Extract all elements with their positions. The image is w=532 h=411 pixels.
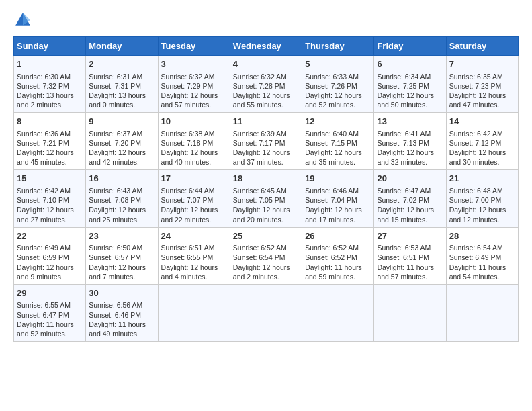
col-header-friday: Friday [374,37,446,56]
calendar-cell: 22Sunrise: 6:49 AMSunset: 6:59 PMDayligh… [14,227,86,284]
day-detail: Daylight: 12 hours and 55 minutes. [233,91,299,109]
day-detail: Daylight: 12 hours and 20 minutes. [233,205,299,224]
day-detail: Sunrise: 6:46 AM [305,186,371,195]
day-number: 17 [161,173,227,185]
calendar-cell: 24Sunrise: 6:51 AMSunset: 6:55 PMDayligh… [158,227,230,284]
calendar-body: 1Sunrise: 6:30 AMSunset: 7:32 PMDaylight… [14,56,519,342]
col-header-monday: Monday [86,37,158,56]
day-detail: Sunset: 6:52 PM [305,253,371,262]
day-detail: Daylight: 12 hours and 37 minutes. [233,148,299,167]
day-number: 19 [305,173,371,185]
calendar-row: 29Sunrise: 6:55 AMSunset: 6:47 PMDayligh… [14,284,519,341]
calendar-row: 15Sunrise: 6:42 AMSunset: 7:10 PMDayligh… [14,170,519,227]
day-number: 6 [377,58,443,71]
calendar-cell: 2Sunrise: 6:31 AMSunset: 7:31 PMDaylight… [86,56,158,113]
day-detail: Sunrise: 6:51 AM [161,243,227,253]
calendar-cell: 13Sunrise: 6:41 AMSunset: 7:13 PMDayligh… [374,113,446,170]
day-detail: Daylight: 12 hours and 57 minutes. [161,91,227,109]
day-detail: Daylight: 11 hours and 59 minutes. [305,263,371,281]
day-number: 2 [89,58,154,71]
calendar-row: 22Sunrise: 6:49 AMSunset: 6:59 PMDayligh… [14,227,519,284]
day-number: 20 [377,173,443,185]
col-header-wednesday: Wednesday [230,37,302,56]
calendar-cell [158,284,230,341]
calendar-cell: 20Sunrise: 6:47 AMSunset: 7:02 PMDayligh… [374,170,446,227]
day-detail: Sunset: 7:13 PM [377,138,443,148]
calendar-cell: 6Sunrise: 6:34 AMSunset: 7:25 PMDaylight… [374,56,446,113]
day-detail: Sunset: 6:51 PM [377,253,443,262]
day-number: 28 [449,230,515,242]
calendar-cell: 14Sunrise: 6:42 AMSunset: 7:12 PMDayligh… [446,113,518,170]
day-detail: Sunrise: 6:49 AM [17,243,83,253]
day-detail: Daylight: 12 hours and 50 minutes. [377,91,443,109]
calendar-cell [446,284,518,341]
day-detail: Sunset: 7:08 PM [89,195,154,205]
day-number: 15 [17,173,83,185]
day-detail: Sunset: 6:55 PM [161,253,227,262]
day-number: 14 [449,116,515,128]
day-detail: Sunrise: 6:37 AM [89,129,154,138]
day-detail: Sunrise: 6:32 AM [233,72,299,81]
day-detail: Daylight: 12 hours and 7 minutes. [89,263,154,281]
day-number: 18 [233,173,299,185]
day-detail: Sunset: 7:29 PM [161,81,227,91]
day-number: 8 [17,116,83,128]
day-detail: Daylight: 12 hours and 22 minutes. [161,205,227,224]
calendar-row: 8Sunrise: 6:36 AMSunset: 7:21 PMDaylight… [14,113,519,170]
day-number: 30 [89,287,154,300]
calendar-cell: 15Sunrise: 6:42 AMSunset: 7:10 PMDayligh… [14,170,86,227]
day-detail: Sunset: 6:59 PM [17,253,83,262]
calendar-cell: 5Sunrise: 6:33 AMSunset: 7:26 PMDaylight… [302,56,374,113]
day-detail: Daylight: 12 hours and 2 minutes. [233,263,299,281]
calendar-cell: 16Sunrise: 6:43 AMSunset: 7:08 PMDayligh… [86,170,158,227]
col-header-thursday: Thursday [302,37,374,56]
calendar-cell: 30Sunrise: 6:56 AMSunset: 6:46 PMDayligh… [86,284,158,341]
day-detail: Daylight: 12 hours and 12 minutes. [449,205,515,224]
calendar-cell: 26Sunrise: 6:52 AMSunset: 6:52 PMDayligh… [302,227,374,284]
calendar-cell: 12Sunrise: 6:40 AMSunset: 7:15 PMDayligh… [302,113,374,170]
day-detail: Sunrise: 6:47 AM [377,186,443,195]
day-detail: Sunrise: 6:48 AM [449,186,515,195]
calendar-cell: 4Sunrise: 6:32 AMSunset: 7:28 PMDaylight… [230,56,302,113]
day-detail: Sunset: 7:26 PM [305,81,371,91]
day-number: 26 [305,230,371,242]
logo-icon [13,11,32,30]
calendar-cell: 7Sunrise: 6:35 AMSunset: 7:23 PMDaylight… [446,56,518,113]
day-detail: Sunset: 7:00 PM [449,195,515,205]
day-detail: Sunset: 7:15 PM [305,138,371,148]
calendar-cell: 11Sunrise: 6:39 AMSunset: 7:17 PMDayligh… [230,113,302,170]
day-detail: Sunrise: 6:43 AM [89,186,154,195]
day-detail: Sunset: 6:54 PM [233,253,299,262]
calendar-cell: 25Sunrise: 6:52 AMSunset: 6:54 PMDayligh… [230,227,302,284]
day-detail: Sunset: 6:57 PM [89,253,154,262]
day-detail: Sunset: 7:21 PM [17,138,83,148]
day-detail: Daylight: 11 hours and 54 minutes. [449,263,515,281]
day-detail: Daylight: 12 hours and 9 minutes. [17,263,83,281]
day-detail: Daylight: 12 hours and 47 minutes. [449,91,515,109]
day-detail: Sunrise: 6:50 AM [89,243,154,253]
day-detail: Daylight: 12 hours and 25 minutes. [89,205,154,224]
day-detail: Sunset: 7:10 PM [17,195,83,205]
calendar-cell [374,284,446,341]
calendar-cell [302,284,374,341]
day-detail: Sunrise: 6:56 AM [89,300,154,310]
day-number: 21 [449,173,515,185]
day-number: 23 [89,230,154,242]
day-detail: Sunset: 6:49 PM [449,253,515,262]
calendar-row: 1Sunrise: 6:30 AMSunset: 7:32 PMDaylight… [14,56,519,113]
day-number: 27 [377,230,443,242]
day-number: 7 [449,58,515,71]
day-number: 24 [161,230,227,242]
calendar-cell: 23Sunrise: 6:50 AMSunset: 6:57 PMDayligh… [86,227,158,284]
col-header-saturday: Saturday [446,37,518,56]
day-detail: Sunset: 6:46 PM [89,310,154,320]
day-detail: Sunset: 7:17 PM [233,138,299,148]
day-detail: Sunrise: 6:54 AM [449,243,515,253]
day-number: 22 [17,230,83,242]
day-detail: Daylight: 12 hours and 52 minutes. [305,91,371,109]
page: SundayMondayTuesdayWednesdayThursdayFrid… [0,0,532,349]
day-detail: Sunset: 7:25 PM [377,81,443,91]
day-detail: Sunset: 7:04 PM [305,195,371,205]
day-detail: Daylight: 11 hours and 49 minutes. [89,320,154,338]
day-number: 25 [233,230,299,242]
